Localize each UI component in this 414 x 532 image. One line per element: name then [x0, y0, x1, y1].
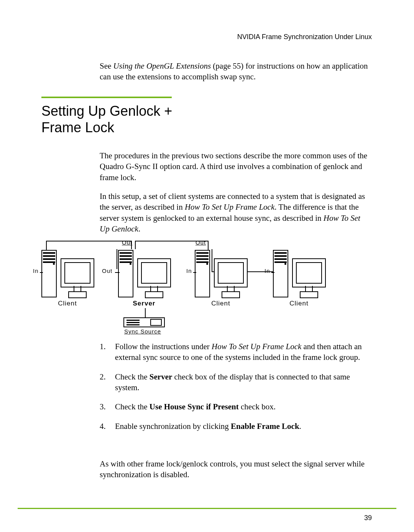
monitor-icon [292, 258, 326, 287]
wire [271, 272, 274, 273]
port-label-out: Out [102, 268, 112, 274]
node-label-client: Client [194, 300, 248, 307]
sync-source-icon [123, 317, 165, 327]
wire [131, 241, 132, 249]
sync-source-label: Sync Source [124, 328, 161, 335]
wire [145, 308, 146, 317]
list-text: Check the Server check box of the displa… [115, 371, 372, 393]
steps-list: 1. Follow the instructions under How To … [100, 341, 372, 440]
text: Check the [115, 372, 150, 381]
text: check box. [239, 402, 276, 411]
body-paragraph-1: The procedures in the previous two secti… [100, 150, 372, 183]
title-line-1: Setting Up Genlock + [41, 103, 172, 119]
node-label-client: Client [272, 300, 326, 307]
footer-divider [18, 508, 396, 509]
monitor-stand [227, 286, 235, 291]
wire [135, 241, 136, 249]
list-item: 4. Enable synchronization by clicking En… [100, 421, 372, 432]
monitor-stand [150, 286, 158, 291]
ui-term-server: Server [150, 372, 172, 381]
monitor-base [68, 291, 87, 298]
node-label-server: Server [117, 300, 171, 307]
tower-icon [41, 250, 57, 297]
port-label-in: In [264, 268, 270, 274]
tower-icon [273, 250, 288, 297]
section-divider [41, 97, 172, 98]
section-title: Setting Up Genlock + Frame Lock [41, 103, 172, 136]
node-label-client: Client [41, 300, 94, 307]
ui-term-enable-frame-lock: Enable Frame Lock [231, 422, 299, 431]
list-item: 2. Check the Server check box of the dis… [100, 371, 372, 393]
reference-title: Using the OpenGL Extensions [113, 61, 211, 71]
monitor-base [145, 291, 163, 298]
list-item: 3. Check the Use House Sync if Present c… [100, 401, 372, 412]
wire [193, 272, 196, 273]
list-text: Enable synchronization by clicking Enabl… [115, 421, 372, 432]
text: Check the [115, 402, 150, 411]
text: See [100, 61, 113, 71]
ui-term-house-sync: Use House Sync if Present [150, 402, 239, 411]
page: NVIDIA Frame Synchronization Under Linux… [0, 0, 414, 532]
list-number: 4. [100, 421, 107, 432]
title-line-2: Frame Lock [41, 120, 114, 135]
monitor-base [300, 291, 318, 298]
page-number: 39 [364, 514, 372, 522]
port-label-in: In [186, 268, 192, 274]
monitor-stand [305, 286, 313, 291]
monitor-stand [74, 286, 81, 291]
closing-paragraph: As with other frame lock/genlock control… [100, 458, 372, 480]
topology-diagram: Out Out Client In [41, 241, 337, 338]
text: Follow the instructions under [115, 342, 212, 351]
port-label-in: In [33, 268, 39, 274]
ref-frame-lock: How To Set Up Frame Lock [212, 342, 301, 351]
running-head: NVIDIA Frame Synchronization Under Linux [237, 33, 372, 41]
ref-frame-lock: How To Set Up Frame Lock [185, 202, 274, 212]
wire [117, 249, 117, 269]
list-number: 1. [100, 341, 107, 363]
body-paragraph-2: In this setup, a set of client systems a… [100, 191, 372, 234]
wire [212, 249, 212, 268]
monitor-base [222, 291, 240, 298]
list-text: Follow the instructions under How To Set… [115, 341, 372, 363]
tower-icon [195, 250, 210, 297]
list-number: 2. [100, 371, 107, 393]
port-label-out: Out [196, 239, 206, 246]
monitor-icon [137, 258, 171, 287]
text: . [138, 224, 140, 233]
list-item: 1. Follow the instructions under How To … [100, 341, 372, 363]
wire [115, 272, 120, 273]
tower-icon [118, 250, 133, 297]
monitor-icon [214, 258, 248, 287]
wire [135, 241, 208, 241]
list-text: Check the Use House Sync if Present chec… [115, 401, 372, 412]
monitor-icon [61, 258, 94, 287]
wire [40, 272, 43, 273]
text: Enable synchronization by clicking [115, 422, 231, 431]
intro-paragraph: See Using the OpenGL Extensions (page 55… [100, 61, 372, 82]
text: . [299, 422, 301, 431]
wire [46, 241, 131, 241]
list-number: 3. [100, 401, 107, 412]
